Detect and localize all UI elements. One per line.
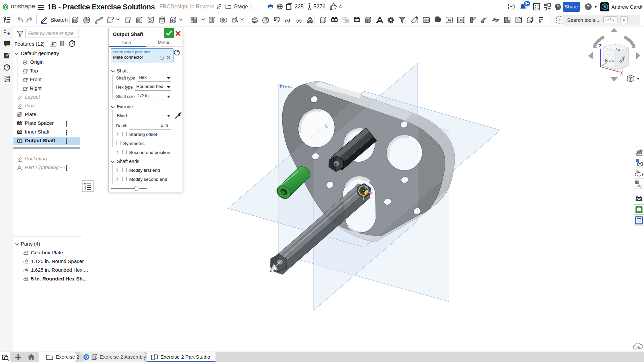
svg-text:X: X — [620, 71, 623, 75]
svg-text:Front: Front — [605, 58, 614, 62]
svg-text:Z: Z — [599, 44, 601, 48]
